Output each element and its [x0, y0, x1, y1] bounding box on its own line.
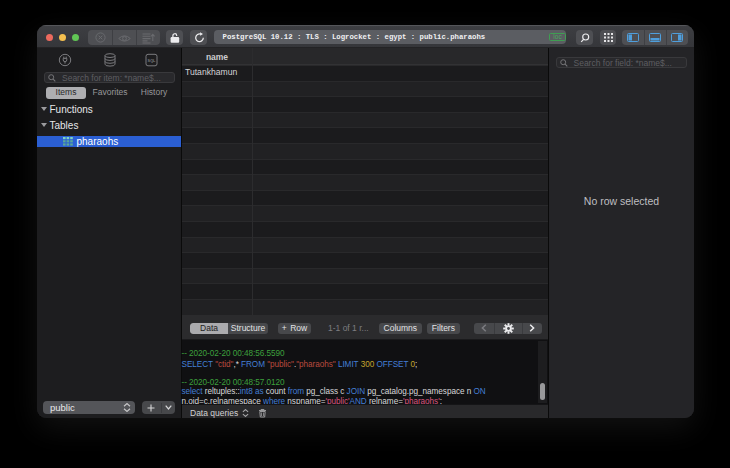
svg-text:SQL: SQL	[147, 58, 155, 62]
